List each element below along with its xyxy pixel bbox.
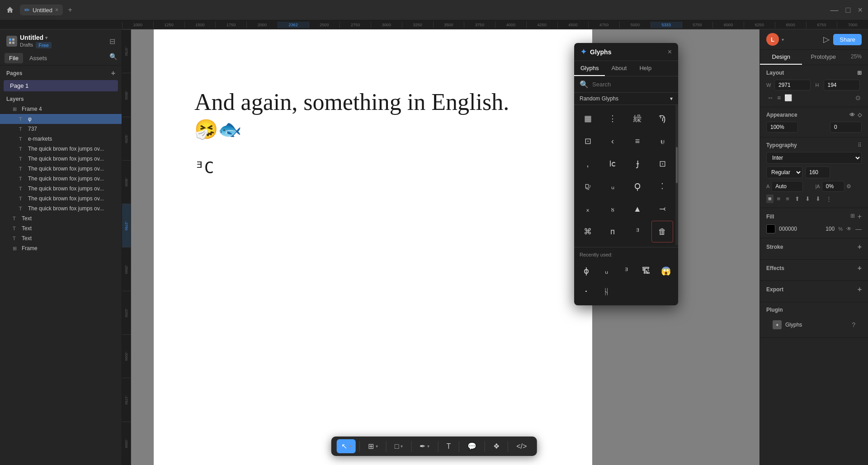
- glyph-cell[interactable]: Ɉ: [627, 153, 648, 175]
- glyph-recent-cell[interactable]: ᴲ: [617, 261, 636, 281]
- align-center-icon[interactable]: ≡: [776, 93, 782, 102]
- effects-add-button[interactable]: +: [858, 264, 862, 272]
- glyph-scrollbar-thumb[interactable]: [676, 147, 678, 183]
- glyph-cell[interactable]: ‹: [602, 130, 623, 152]
- letter-spacing-input[interactable]: [822, 181, 844, 192]
- fill-hex-value[interactable]: 000000: [779, 226, 822, 232]
- text-layer-1[interactable]: T Text: [0, 214, 122, 223]
- fill-add-button[interactable]: +: [858, 213, 862, 221]
- minimize-button[interactable]: —: [829, 4, 840, 17]
- glyph-cell[interactable]: 繰: [627, 108, 648, 129]
- glyph-nav-about[interactable]: About: [605, 61, 633, 76]
- align-center-btn[interactable]: ≡: [775, 195, 783, 203]
- glyph-cell[interactable]: ⁚: [651, 176, 673, 197]
- align-left-right-icon[interactable]: ↔: [766, 93, 774, 102]
- active-tab[interactable]: ✏ Untitled ×: [20, 5, 63, 15]
- glyph-recent-cell[interactable]: ᠊: [577, 282, 596, 302]
- appearance-more-icon[interactable]: ◇: [858, 112, 862, 118]
- zoom-value[interactable]: 25%: [844, 50, 868, 65]
- layer-text-3[interactable]: T The quick brown fox jumps ov...: [0, 164, 122, 174]
- font-size-input[interactable]: [805, 166, 830, 178]
- fill-eye-icon[interactable]: 👁: [846, 226, 852, 232]
- align-frame-icon[interactable]: ⬜: [783, 93, 793, 102]
- font-family-select[interactable]: Inter: [766, 152, 862, 164]
- glyph-cell[interactable]: ▲: [627, 198, 648, 220]
- glyph-cell[interactable]: ᴲ: [627, 221, 648, 242]
- canvas-area[interactable]: And again, something in English. 🤧🐟 ᴲϹ ✦…: [131, 29, 760, 465]
- layout-toggle-button[interactable]: ⊟: [109, 37, 115, 46]
- page-1-item[interactable]: Page 1: [4, 80, 118, 91]
- layer-text-6[interactable]: T The quick brown fox jumps ov...: [0, 194, 122, 204]
- comment-tool[interactable]: 💬: [463, 439, 481, 453]
- layer-text-7[interactable]: T The quick brown fox jumps ov...: [0, 204, 122, 214]
- glyph-nav-help[interactable]: Help: [633, 61, 658, 76]
- select-tool[interactable]: ↖ ▾: [337, 439, 356, 453]
- glyphs-plugin-row[interactable]: ✦ Glyphs ?: [766, 317, 862, 333]
- glyph-recent-cell[interactable]: ᚺ: [597, 282, 616, 302]
- glyph-cell[interactable]: ⊡: [651, 153, 673, 175]
- corner-input[interactable]: [830, 122, 862, 133]
- glyph-cell[interactable]: ᙮: [577, 198, 599, 220]
- glyph-cell[interactable]: ⌘: [577, 221, 599, 242]
- add-page-button[interactable]: +: [111, 69, 115, 77]
- layer-text-1[interactable]: T The quick brown fox jumps ov...: [0, 144, 122, 154]
- glyph-scrollbar-track[interactable]: [675, 105, 678, 245]
- pages-section-header[interactable]: Pages +: [0, 66, 122, 79]
- layer-text-5[interactable]: T The quick brown fox jumps ov...: [0, 184, 122, 194]
- opacity-input[interactable]: [766, 122, 798, 133]
- glyph-cell[interactable]: ⋮: [602, 108, 623, 129]
- fill-opacity-value[interactable]: 100: [826, 226, 835, 232]
- glyph-cell[interactable]: ᵾ: [651, 130, 673, 152]
- glyph-cell[interactable]: Ϙ: [627, 176, 648, 197]
- typography-settings-icon[interactable]: ⠿: [858, 142, 862, 148]
- width-input[interactable]: [774, 80, 811, 90]
- glyph-recent-cell[interactable]: ϕ: [577, 261, 596, 281]
- glyph-cell[interactable]: ,: [577, 153, 599, 175]
- frame-tool[interactable]: ⊞ ▾: [363, 439, 382, 453]
- user-avatar[interactable]: L: [766, 33, 779, 46]
- align-middle-btn[interactable]: ⬇: [803, 195, 812, 203]
- glyph-recent-cell[interactable]: 🏗: [637, 261, 656, 281]
- share-button[interactable]: Share: [833, 34, 862, 45]
- glyph-cell[interactable]: ᴨ: [602, 221, 623, 242]
- text-layer-2[interactable]: T Text: [0, 223, 122, 233]
- glyph-filter-dropdown[interactable]: Random Glyphs ▾: [574, 93, 678, 105]
- text-layer-3[interactable]: T Text: [0, 233, 122, 243]
- line-height-input[interactable]: [771, 181, 803, 192]
- new-tab-button[interactable]: +: [65, 5, 75, 15]
- search-icon[interactable]: 🔍: [109, 53, 117, 63]
- glyph-cell[interactable]: ᵤ: [602, 176, 623, 197]
- file-tab[interactable]: File: [5, 53, 23, 63]
- glyph-recent-cell[interactable]: ᵤ: [597, 261, 616, 281]
- glyph-cell[interactable]: ⊡: [577, 130, 599, 152]
- component-tool[interactable]: ❖: [489, 439, 504, 453]
- glyph-cell[interactable]: ▦: [577, 108, 599, 129]
- glyph-cell[interactable]: Ϡ: [651, 108, 673, 129]
- glyph-cell[interactable]: ⤙: [651, 198, 673, 220]
- frame4-layer[interactable]: ⊞ Frame 4: [0, 104, 122, 114]
- stroke-add-button[interactable]: +: [858, 243, 862, 251]
- export-add-button[interactable]: +: [858, 285, 862, 294]
- shape-tool[interactable]: □ ▾: [390, 440, 408, 453]
- glyph-nav-glyphs[interactable]: Glyphs: [574, 61, 605, 76]
- glyph-cell[interactable]: Ιϲ: [602, 153, 623, 175]
- glyph-panel-close-button[interactable]: ×: [668, 48, 672, 56]
- layer-text-4[interactable]: T The quick brown fox jumps ov...: [0, 174, 122, 184]
- glyph-recent-cell[interactable]: 😱: [656, 261, 675, 281]
- text-tool[interactable]: T: [442, 440, 455, 453]
- code-tool[interactable]: </>: [512, 440, 531, 453]
- maximize-button[interactable]: □: [844, 4, 853, 17]
- link-dimensions-icon[interactable]: ⊙: [854, 93, 862, 102]
- glyph-cell[interactable]: ᴕ: [602, 198, 623, 220]
- letter-spacing-more-icon[interactable]: ⚙: [846, 183, 851, 190]
- plugin-help-button[interactable]: ?: [852, 321, 855, 328]
- height-input[interactable]: [824, 80, 860, 90]
- frame-layer[interactable]: ⊞ Frame: [0, 243, 122, 253]
- glyph-cell[interactable]: 🗑: [651, 221, 673, 242]
- design-tab[interactable]: Design: [760, 50, 802, 65]
- tab-close-button[interactable]: ×: [55, 7, 58, 13]
- file-title-button[interactable]: Untitled ▾: [20, 34, 52, 41]
- align-left-btn[interactable]: ≡: [766, 195, 774, 203]
- eye-icon[interactable]: 👁: [849, 112, 855, 118]
- layers-section-header[interactable]: Layers: [0, 92, 122, 104]
